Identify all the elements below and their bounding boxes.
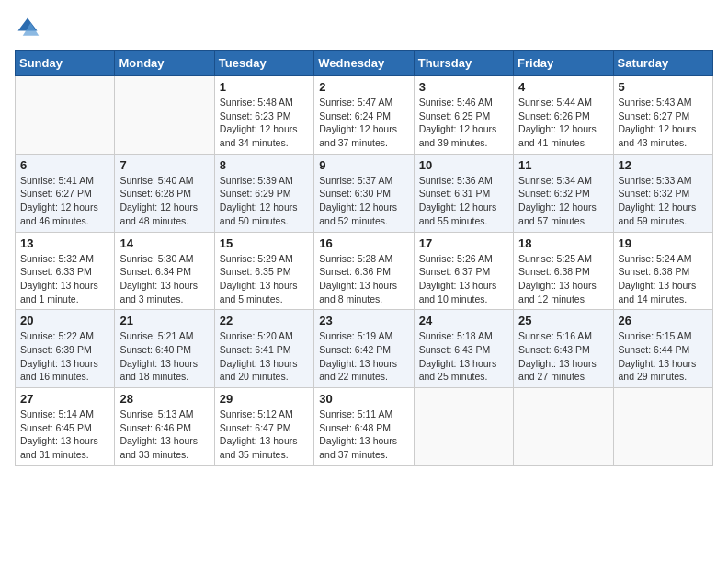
calendar-cell: 16Sunrise: 5:28 AMSunset: 6:36 PMDayligh… <box>314 232 414 310</box>
day-number: 13 <box>20 236 109 250</box>
logo-icon <box>15 15 40 40</box>
day-number: 19 <box>619 236 708 250</box>
calendar-cell: 28Sunrise: 5:13 AMSunset: 6:46 PMDayligh… <box>115 388 214 466</box>
column-header-wednesday: Wednesday <box>314 51 414 76</box>
day-info: Sunrise: 5:14 AMSunset: 6:45 PMDaylight:… <box>20 408 109 462</box>
day-number: 21 <box>119 314 209 327</box>
day-info: Sunrise: 5:26 AMSunset: 6:37 PMDaylight:… <box>419 252 508 306</box>
calendar-cell: 20Sunrise: 5:22 AMSunset: 6:39 PMDayligh… <box>16 310 115 388</box>
day-number: 2 <box>319 80 408 94</box>
calendar-week-row: 1Sunrise: 5:48 AMSunset: 6:23 PMDaylight… <box>16 76 713 155</box>
day-info: Sunrise: 5:12 AMSunset: 6:47 PMDaylight:… <box>220 408 309 462</box>
calendar-cell: 12Sunrise: 5:33 AMSunset: 6:32 PMDayligh… <box>613 154 712 232</box>
calendar-cell: 19Sunrise: 5:24 AMSunset: 6:38 PMDayligh… <box>613 232 712 310</box>
calendar-cell <box>115 76 214 155</box>
column-header-friday: Friday <box>514 51 613 76</box>
calendar-cell <box>414 388 513 466</box>
day-number: 1 <box>220 80 309 94</box>
day-number: 23 <box>319 314 408 327</box>
calendar-cell: 11Sunrise: 5:34 AMSunset: 6:32 PMDayligh… <box>514 154 613 232</box>
day-number: 15 <box>220 236 309 250</box>
calendar-cell: 2Sunrise: 5:47 AMSunset: 6:24 PMDaylight… <box>314 76 414 155</box>
day-number: 5 <box>619 80 708 94</box>
day-info: Sunrise: 5:34 AMSunset: 6:32 PMDaylight:… <box>518 174 608 228</box>
day-info: Sunrise: 5:20 AMSunset: 6:41 PMDaylight:… <box>220 329 309 384</box>
day-number: 4 <box>518 80 608 94</box>
column-header-monday: Monday <box>115 51 214 76</box>
day-info: Sunrise: 5:30 AMSunset: 6:34 PMDaylight:… <box>119 252 209 306</box>
day-info: Sunrise: 5:16 AMSunset: 6:43 PMDaylight:… <box>518 329 608 384</box>
day-number: 10 <box>419 158 508 172</box>
calendar-cell: 1Sunrise: 5:48 AMSunset: 6:23 PMDaylight… <box>214 76 313 155</box>
calendar-week-row: 20Sunrise: 5:22 AMSunset: 6:39 PMDayligh… <box>16 310 713 388</box>
calendar-week-row: 27Sunrise: 5:14 AMSunset: 6:45 PMDayligh… <box>16 388 713 466</box>
day-info: Sunrise: 5:29 AMSunset: 6:35 PMDaylight:… <box>220 252 309 306</box>
day-number: 24 <box>419 314 508 327</box>
day-info: Sunrise: 5:37 AMSunset: 6:30 PMDaylight:… <box>319 174 408 228</box>
calendar-cell: 13Sunrise: 5:32 AMSunset: 6:33 PMDayligh… <box>16 232 115 310</box>
calendar-cell: 25Sunrise: 5:16 AMSunset: 6:43 PMDayligh… <box>514 310 613 388</box>
day-number: 18 <box>518 236 608 250</box>
calendar-cell <box>16 76 115 155</box>
day-info: Sunrise: 5:46 AMSunset: 6:25 PMDaylight:… <box>419 96 508 150</box>
calendar-cell: 22Sunrise: 5:20 AMSunset: 6:41 PMDayligh… <box>214 310 313 388</box>
day-info: Sunrise: 5:39 AMSunset: 6:29 PMDaylight:… <box>220 174 309 228</box>
day-info: Sunrise: 5:40 AMSunset: 6:28 PMDaylight:… <box>119 174 209 228</box>
calendar-week-row: 6Sunrise: 5:41 AMSunset: 6:27 PMDaylight… <box>16 154 713 232</box>
calendar-cell: 3Sunrise: 5:46 AMSunset: 6:25 PMDaylight… <box>414 76 513 155</box>
day-info: Sunrise: 5:15 AMSunset: 6:44 PMDaylight:… <box>619 329 708 384</box>
calendar-cell: 15Sunrise: 5:29 AMSunset: 6:35 PMDayligh… <box>214 232 313 310</box>
day-info: Sunrise: 5:47 AMSunset: 6:24 PMDaylight:… <box>319 96 408 150</box>
day-number: 25 <box>518 314 608 327</box>
day-number: 20 <box>20 314 109 327</box>
day-info: Sunrise: 5:36 AMSunset: 6:31 PMDaylight:… <box>419 174 508 228</box>
day-info: Sunrise: 5:22 AMSunset: 6:39 PMDaylight:… <box>20 329 109 384</box>
calendar-cell: 7Sunrise: 5:40 AMSunset: 6:28 PMDaylight… <box>115 154 214 232</box>
day-info: Sunrise: 5:11 AMSunset: 6:48 PMDaylight:… <box>319 408 408 462</box>
day-number: 6 <box>20 158 109 172</box>
day-info: Sunrise: 5:48 AMSunset: 6:23 PMDaylight:… <box>220 96 309 150</box>
day-info: Sunrise: 5:21 AMSunset: 6:40 PMDaylight:… <box>119 329 209 384</box>
calendar-header-row: SundayMondayTuesdayWednesdayThursdayFrid… <box>16 51 713 76</box>
day-number: 7 <box>119 158 209 172</box>
day-number: 29 <box>220 392 309 406</box>
day-number: 11 <box>518 158 608 172</box>
day-info: Sunrise: 5:32 AMSunset: 6:33 PMDaylight:… <box>20 252 109 306</box>
calendar-cell: 26Sunrise: 5:15 AMSunset: 6:44 PMDayligh… <box>613 310 712 388</box>
calendar-cell: 5Sunrise: 5:43 AMSunset: 6:27 PMDaylight… <box>613 76 712 155</box>
calendar-cell: 10Sunrise: 5:36 AMSunset: 6:31 PMDayligh… <box>414 154 513 232</box>
day-number: 30 <box>319 392 408 406</box>
calendar-cell: 27Sunrise: 5:14 AMSunset: 6:45 PMDayligh… <box>16 388 115 466</box>
day-number: 14 <box>119 236 209 250</box>
page-header <box>15 15 713 40</box>
logo <box>15 15 44 40</box>
calendar-cell: 24Sunrise: 5:18 AMSunset: 6:43 PMDayligh… <box>414 310 513 388</box>
day-info: Sunrise: 5:19 AMSunset: 6:42 PMDaylight:… <box>319 329 408 384</box>
calendar-cell: 8Sunrise: 5:39 AMSunset: 6:29 PMDaylight… <box>214 154 313 232</box>
day-number: 22 <box>220 314 309 327</box>
day-info: Sunrise: 5:41 AMSunset: 6:27 PMDaylight:… <box>20 174 109 228</box>
calendar-cell: 6Sunrise: 5:41 AMSunset: 6:27 PMDaylight… <box>16 154 115 232</box>
day-number: 9 <box>319 158 408 172</box>
day-info: Sunrise: 5:13 AMSunset: 6:46 PMDaylight:… <box>119 408 209 462</box>
day-number: 28 <box>119 392 209 406</box>
column-header-tuesday: Tuesday <box>214 51 313 76</box>
calendar-cell: 9Sunrise: 5:37 AMSunset: 6:30 PMDaylight… <box>314 154 414 232</box>
calendar-cell: 14Sunrise: 5:30 AMSunset: 6:34 PMDayligh… <box>115 232 214 310</box>
day-info: Sunrise: 5:28 AMSunset: 6:36 PMDaylight:… <box>319 252 408 306</box>
calendar-cell: 29Sunrise: 5:12 AMSunset: 6:47 PMDayligh… <box>214 388 313 466</box>
day-info: Sunrise: 5:33 AMSunset: 6:32 PMDaylight:… <box>619 174 708 228</box>
day-number: 27 <box>20 392 109 406</box>
day-number: 8 <box>220 158 309 172</box>
column-header-saturday: Saturday <box>613 51 712 76</box>
column-header-sunday: Sunday <box>16 51 115 76</box>
calendar-cell: 21Sunrise: 5:21 AMSunset: 6:40 PMDayligh… <box>115 310 214 388</box>
calendar-cell: 4Sunrise: 5:44 AMSunset: 6:26 PMDaylight… <box>514 76 613 155</box>
day-number: 12 <box>619 158 708 172</box>
calendar-cell: 17Sunrise: 5:26 AMSunset: 6:37 PMDayligh… <box>414 232 513 310</box>
calendar-cell <box>514 388 613 466</box>
calendar-cell: 18Sunrise: 5:25 AMSunset: 6:38 PMDayligh… <box>514 232 613 310</box>
day-number: 26 <box>619 314 708 327</box>
calendar-cell: 23Sunrise: 5:19 AMSunset: 6:42 PMDayligh… <box>314 310 414 388</box>
calendar-table: SundayMondayTuesdayWednesdayThursdayFrid… <box>15 50 713 466</box>
